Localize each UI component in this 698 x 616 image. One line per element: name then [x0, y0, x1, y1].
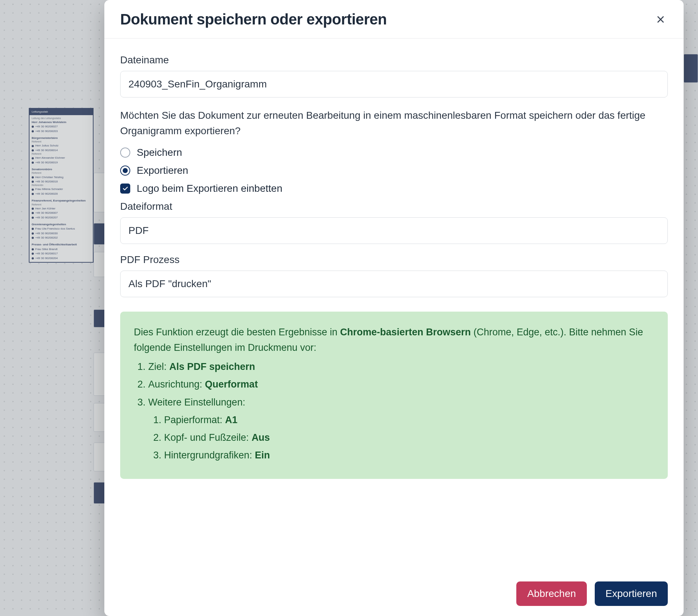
format-value: PDF [128, 225, 149, 236]
info-item: Ausrichtung: Querformat [148, 377, 654, 392]
dialog-body: Dateiname Möchten Sie das Dokument zur e… [104, 38, 684, 571]
info-text: Chrome-basierten Browsern [340, 327, 471, 338]
info-text: Als PDF speichern [169, 361, 255, 372]
export-dialog: Dokument speichern oder exportieren Date… [104, 0, 684, 616]
format-label: Dateiformat [120, 201, 668, 212]
info-list: Ziel: Als PDF speichern Ausrichtung: Que… [134, 359, 654, 463]
process-value: Als PDF "drucken" [128, 278, 211, 289]
info-subitem: Kopf- und Fußzeile: Aus [164, 430, 654, 445]
filename-label: Dateiname [120, 54, 668, 66]
dialog-title: Dokument speichern oder exportieren [120, 11, 387, 28]
format-select[interactable]: PDF [120, 217, 668, 244]
info-text: Ein [255, 450, 270, 461]
export-button[interactable]: Exportieren [595, 581, 668, 606]
info-text: Hintergrundgrafiken: [164, 450, 255, 461]
info-text: Papierformat: [164, 415, 225, 425]
info-subitem: Hintergrundgrafiken: Ein [164, 448, 654, 463]
dialog-header: Dokument speichern oder exportieren [104, 0, 684, 38]
close-icon [656, 14, 666, 24]
export-question: Möchten Sie das Dokument zur erneuten Be… [120, 108, 668, 139]
info-text: Aus [251, 432, 270, 443]
process-label: PDF Prozess [120, 254, 668, 266]
radio-label: Exportieren [137, 165, 188, 176]
info-text: Querformat [205, 379, 258, 390]
info-lead: Dies Funktion erzeugt die besten Ergebni… [134, 325, 654, 355]
checkbox-icon [120, 184, 130, 194]
dialog-footer: Abbrechen Exportieren [104, 571, 684, 616]
info-text: Kopf- und Fußzeile: [164, 432, 251, 443]
info-text: A1 [225, 415, 238, 425]
radio-label: Speichern [137, 147, 182, 158]
close-button[interactable] [653, 12, 668, 27]
checkbox-embed-logo[interactable]: Logo beim Exportieren einbetten [120, 183, 668, 194]
info-item: Weitere Einstellungen: Papierformat: A1 … [148, 395, 654, 463]
process-select[interactable]: Als PDF "drucken" [120, 271, 668, 297]
radio-option-export[interactable]: Exportieren [120, 165, 668, 176]
workspace-canvas: Leitungsstab Leitung des Leitungsstabs H… [0, 0, 698, 616]
info-text: Ausrichtung: [148, 379, 205, 390]
info-subitem: Papierformat: A1 [164, 412, 654, 428]
info-item: Ziel: Als PDF speichern [148, 359, 654, 375]
checkbox-label: Logo beim Exportieren einbetten [137, 183, 282, 194]
radio-icon [120, 166, 130, 176]
info-text: Dies Funktion erzeugt die besten Ergebni… [134, 327, 340, 338]
info-panel: Dies Funktion erzeugt die besten Ergebni… [120, 312, 668, 479]
radio-option-save[interactable]: Speichern [120, 147, 668, 158]
cancel-button[interactable]: Abbrechen [516, 581, 586, 606]
filename-input[interactable] [120, 71, 668, 98]
info-text: Weitere Einstellungen: [148, 397, 245, 408]
info-text: Ziel: [148, 361, 169, 372]
radio-icon [120, 148, 130, 158]
